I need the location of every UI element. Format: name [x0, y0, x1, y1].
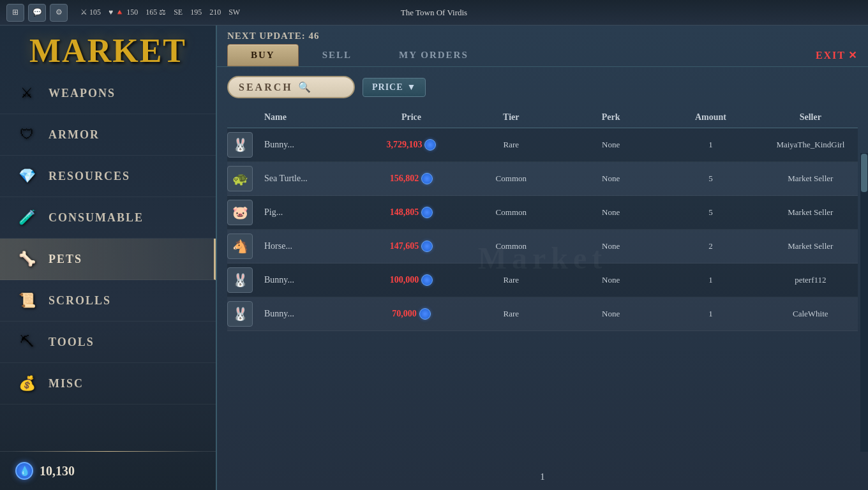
col-header-price: Price: [364, 112, 458, 122]
chat-icon-btn[interactable]: 💬: [28, 4, 46, 22]
table-body: 🐰 Bunny... 3,729,103 Rare None 1 MaiyaTh…: [227, 128, 858, 331]
row-item-icon: 🐢: [227, 166, 253, 191]
currency-icon: [421, 207, 433, 218]
row-item-name: Bunny...: [264, 140, 359, 150]
tools-icon: ⛏: [15, 330, 38, 353]
row-item-name: Sea Turtle...: [264, 174, 359, 184]
tab-my-orders[interactable]: MY ORDERS: [375, 44, 492, 66]
sidebar-item-tools[interactable]: ⛏ TOOLS: [0, 322, 216, 363]
table-row[interactable]: 🐴 Horse... 147,605 Common None 2 Market …: [227, 230, 858, 264]
row-item-name: Bunny...: [264, 309, 359, 319]
hud-stat-attack: ⚔ 105: [80, 8, 101, 17]
hud-stats: ⚔ 105 ♥ 🔺 150 165 ⚖ SE 195 210 SW: [80, 8, 240, 17]
sidebar-item-armor[interactable]: 🛡 ARMOR: [0, 114, 216, 156]
row-seller: CaleWhite: [763, 309, 858, 319]
pets-label: PETS: [49, 253, 82, 266]
row-price: 3,729,103: [364, 139, 458, 151]
settings-icon-btn[interactable]: ⚙: [50, 4, 68, 22]
col-header-icon: [227, 112, 259, 122]
misc-label: MISC: [49, 377, 84, 390]
market-table: Name Price Tier Perk Amount Seller 🐰 Bun…: [217, 107, 868, 464]
sidebar-item-misc[interactable]: 💰 MISC: [0, 363, 216, 405]
resources-icon: 💎: [15, 165, 38, 188]
sidebar-footer: 💧 10,130: [0, 451, 216, 490]
roblox-icon-btn[interactable]: ⊞: [6, 4, 24, 22]
tab-buy[interactable]: BUY: [227, 44, 299, 66]
row-price: 156,802: [364, 173, 458, 184]
sidebar-item-resources[interactable]: 💎 RESOURCES: [0, 156, 216, 197]
table-row[interactable]: 🐢 Sea Turtle... 156,802 Common None 5 Ma…: [227, 162, 858, 196]
market-header: NEXT UPDATE: 46: [217, 26, 868, 41]
row-perk: None: [564, 309, 658, 319]
tab-sell[interactable]: SELL: [299, 44, 375, 66]
row-tier: Rare: [464, 140, 558, 150]
row-perk: None: [564, 174, 658, 184]
location-text: The Town Of Virdis: [401, 8, 467, 18]
price-value: 148,805: [390, 207, 419, 218]
hud-controls: ⊞ 💬 ⚙: [6, 4, 68, 22]
balance-amount: 10,130: [40, 464, 75, 479]
sidebar-item-pets[interactable]: 🦴 PETS: [0, 239, 216, 280]
table-row[interactable]: 🐷 Pig... 148,805 Common None 5 Market Se…: [227, 196, 858, 230]
row-perk: None: [564, 241, 658, 251]
sword-icon: ⚔: [80, 8, 87, 17]
price-value: 70,000: [392, 309, 417, 319]
price-value: 100,000: [390, 275, 419, 285]
price-value: 147,605: [390, 241, 419, 251]
price-filter-button[interactable]: PRICE ▼: [363, 78, 426, 97]
sidebar-item-consumable[interactable]: 🧪 CONSUMABLE: [0, 197, 216, 239]
row-amount: 1: [663, 140, 758, 150]
row-item-icon: 🐴: [227, 234, 253, 259]
row-amount: 5: [663, 174, 758, 184]
price-label: PRICE: [372, 82, 403, 93]
hud-stat-health: ♥ 🔺 150: [108, 8, 138, 17]
pets-icon: 🦴: [15, 248, 38, 271]
scrolls-label: SCROLLS: [49, 294, 111, 308]
main-content: NEXT UPDATE: 46 BUY SELL MY ORDERS EXIT …: [217, 26, 868, 490]
row-seller: peterf112: [763, 275, 858, 285]
col-header-seller: Seller: [763, 112, 858, 122]
row-item-name: Bunny...: [264, 275, 359, 285]
page-number: 1: [540, 471, 545, 482]
next-update-text: NEXT UPDATE: 46: [227, 31, 319, 41]
hud-stat-165: 165 ⚖: [146, 8, 166, 17]
row-price: 147,605: [364, 241, 458, 252]
sidebar-item-weapons[interactable]: ⚔ WEAPONS: [0, 73, 216, 114]
nav-items: ⚔ WEAPONS 🛡 ARMOR 💎 RESOURCES 🧪 CONSUMAB…: [0, 73, 216, 451]
row-amount: 1: [663, 275, 758, 285]
sidebar-divider: [13, 451, 203, 452]
table-row[interactable]: 🐰 Bunny... 3,729,103 Rare None 1 MaiyaTh…: [227, 128, 858, 162]
row-price: 70,000: [364, 308, 458, 320]
consumable-label: CONSUMABLE: [49, 211, 144, 225]
row-seller: Market Seller: [763, 241, 858, 251]
row-item-name: Horse...: [264, 241, 359, 251]
resources-label: RESOURCES: [49, 170, 130, 183]
sidebar-item-scrolls[interactable]: 📜 SCROLLS: [0, 280, 216, 322]
market-tabs: BUY SELL MY ORDERS EXIT ✕: [217, 41, 868, 67]
scroll-thumb[interactable]: [861, 154, 867, 192]
scrollbar[interactable]: [860, 153, 868, 452]
misc-icon: 💰: [15, 372, 38, 395]
table-row[interactable]: 🐰 Bunny... 100,000 Rare None 1 peterf112: [227, 264, 858, 297]
row-amount: 1: [663, 309, 758, 319]
sidebar: MARKET ⚔ WEAPONS 🛡 ARMOR 💎 RESOURCES 🧪 C…: [0, 26, 217, 490]
row-price: 148,805: [364, 207, 458, 218]
balance-coin-icon: 💧: [15, 462, 33, 480]
weapons-icon: ⚔: [15, 82, 38, 105]
search-box[interactable]: SEARCH 🔍: [227, 76, 355, 98]
currency-icon: [421, 274, 433, 286]
stat-icon: ⚖: [159, 8, 166, 17]
table-row[interactable]: 🐰 Bunny... 70,000 Rare None 1 CaleWhite: [227, 297, 858, 331]
exit-button[interactable]: EXIT ✕: [816, 49, 858, 61]
armor-icon: 🛡: [15, 123, 38, 146]
row-tier: Common: [464, 174, 558, 184]
col-header-tier: Tier: [464, 112, 558, 122]
row-item-icon: 🐷: [227, 200, 253, 225]
settings-icon: ⚙: [56, 8, 63, 17]
table-header: Name Price Tier Perk Amount Seller: [227, 107, 858, 128]
row-seller: Market Seller: [763, 174, 858, 184]
hud-stat-210: 210: [209, 8, 221, 17]
hud-direction-sw: SW: [228, 8, 240, 17]
row-item-name: Pig...: [264, 207, 359, 218]
heart-icon: ♥: [108, 8, 113, 17]
